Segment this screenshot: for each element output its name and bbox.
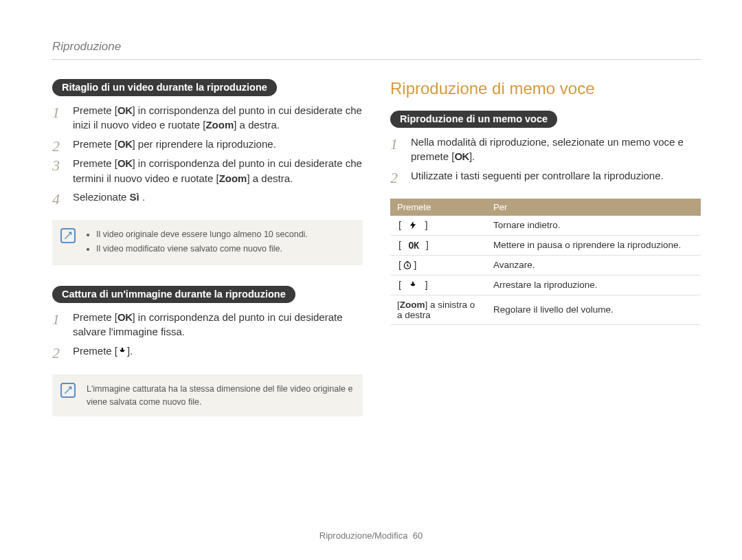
key-macro: [ ]	[390, 275, 486, 295]
ok-icon: OK	[117, 311, 133, 323]
macro-icon	[117, 345, 127, 357]
note-trim-item-2: Il video modificato viene salvato come n…	[96, 243, 353, 256]
table-row: [ OK ] Mettere in pausa o riprendere la …	[390, 235, 701, 255]
left-column: Ritaglio di un video durante la riproduz…	[52, 79, 363, 438]
trim-step-4: Selezionate Sì .	[52, 190, 363, 205]
page-footer: Riproduzione/Modifica 60	[0, 530, 742, 541]
memo-steps: Nella modalità di riproduzione, selezion…	[390, 135, 701, 183]
ok-icon: OK	[408, 240, 418, 251]
note-capture: L'immagine catturata ha la stessa dimens…	[52, 374, 363, 417]
pill-play-memo: Riproduzione di un memo voce	[390, 111, 557, 128]
note-trim: Il video originale deve essere lungo alm…	[52, 220, 363, 265]
trim-step-2: Premete [OK] per riprendere la riproduzi…	[52, 137, 363, 152]
th-press: Premete	[390, 199, 486, 216]
pill-capture-image: Cattura di un'immagine durante la riprod…	[52, 286, 295, 303]
trim-step-3: Premete [OK] in corrispondenza del punto…	[52, 156, 363, 186]
table-row: [ ] Arrestare la riproduzione.	[390, 275, 701, 295]
flash-icon	[408, 221, 418, 230]
trim-steps: Premete [OK] in corrispondenza del punto…	[52, 103, 363, 205]
ok-icon: OK	[117, 138, 133, 150]
note-icon	[60, 228, 76, 243]
timer-icon	[403, 260, 412, 270]
controls-table: Premete Per [ ] Tornare indietro. [ OK ]…	[390, 199, 701, 325]
key-timer: []	[390, 255, 486, 275]
note-trim-item-1: Il video originale deve essere lungo alm…	[96, 228, 353, 241]
page-section-title: Riproduzione	[52, 40, 701, 54]
key-flash: [ ]	[390, 216, 486, 236]
table-row: [] Avanzare.	[390, 255, 701, 275]
capture-step-1: Premete [OK] in corrispondenza del punto…	[52, 310, 363, 340]
divider	[52, 59, 701, 60]
th-to: Per	[486, 199, 701, 216]
note-icon	[60, 383, 76, 398]
trim-step-1: Premete [OK] in corrispondenza del punto…	[52, 103, 363, 133]
capture-steps: Premete [OK] in corrispondenza del punto…	[52, 310, 363, 359]
key-ok: [ OK ]	[390, 235, 486, 255]
right-column: Riproduzione di memo voce Riproduzione d…	[390, 79, 701, 438]
ok-icon: OK	[117, 104, 133, 116]
capture-step-2: Premete [].	[52, 344, 363, 359]
ok-icon: OK	[454, 150, 469, 162]
table-row: [Zoom] a sinistra o a destra Regolare il…	[390, 295, 701, 324]
memo-step-1: Nella modalità di riproduzione, selezion…	[390, 135, 701, 165]
key-zoom: [Zoom] a sinistra o a destra	[390, 295, 486, 324]
ok-icon: OK	[117, 157, 133, 169]
pill-trim-video: Ritaglio di un video durante la riproduz…	[52, 79, 277, 96]
table-row: [ ] Tornare indietro.	[390, 216, 701, 236]
memo-step-2: Utilizzate i tasti seguenti per controll…	[390, 168, 701, 183]
heading-voice-memo: Riproduzione di memo voce	[390, 79, 701, 98]
macro-icon	[408, 280, 418, 290]
